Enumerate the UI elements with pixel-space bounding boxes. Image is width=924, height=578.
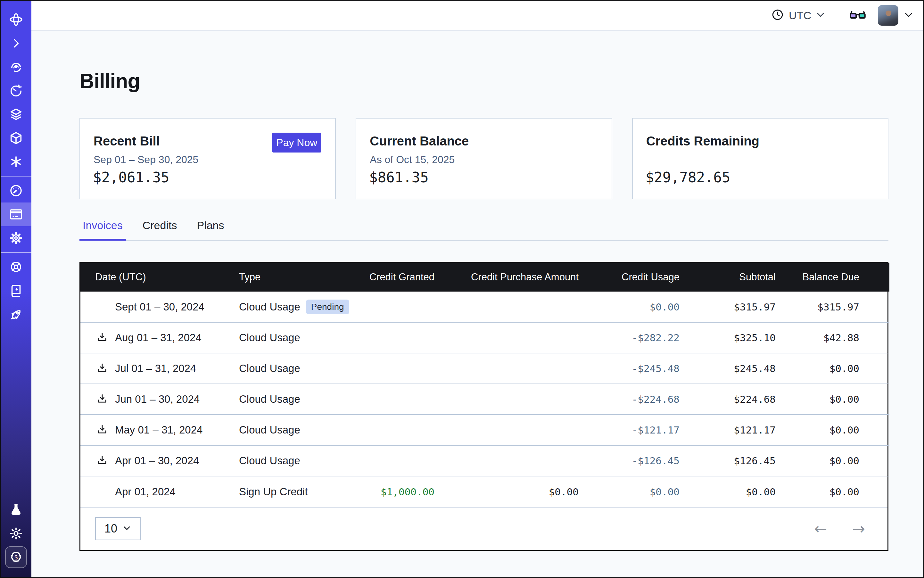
credit-granted-cell	[357, 292, 434, 322]
balance-due-cell: $0.00	[776, 415, 889, 445]
sidebar-item-getting-started[interactable]	[1, 302, 31, 326]
card-amount: $29,782.65	[646, 169, 731, 185]
asterisk-icon	[9, 154, 23, 169]
sidebar-item-helm[interactable]	[1, 255, 31, 279]
orbit-logo-icon	[8, 12, 24, 27]
balance-due-cell: $315.97	[776, 292, 889, 322]
sidebar-item-sandbox[interactable]	[1, 126, 31, 150]
credit-granted-cell	[357, 353, 434, 384]
tab-invoices[interactable]: Invoices	[80, 219, 126, 240]
user-menu-button[interactable]	[903, 10, 914, 21]
status-badge: Pending	[306, 300, 349, 314]
pay-now-button[interactable]: Pay Now	[272, 133, 321, 153]
subtotal-cell: $315.97	[680, 292, 776, 322]
sidebar-item-collapse[interactable]	[1, 31, 31, 55]
invoice-date: Sept 01 – 30, 2024	[115, 301, 205, 313]
column-header-balance-due: Balance Due	[776, 263, 889, 292]
tab-plans[interactable]: Plans	[193, 219, 227, 240]
balance-due-cell: $0.00	[776, 384, 889, 415]
subtotal-cell: $325.10	[680, 322, 776, 353]
sidebar-item-settings[interactable]	[1, 226, 31, 250]
credit-usage-cell: $0.00	[579, 292, 680, 322]
column-header-credit-granted: Credit Granted	[357, 263, 434, 292]
sidebar-item-observe[interactable]	[1, 55, 31, 79]
chevron-right-icon	[10, 37, 23, 50]
download-icon	[96, 424, 108, 437]
invoice-type: Sign Up Credit	[239, 486, 308, 498]
timezone-selector[interactable]: UTC	[771, 8, 825, 23]
recent-bill-card: Recent Bill Sep 01 – Sep 30, 2025 $2,061…	[80, 118, 336, 199]
download-icon	[96, 331, 108, 344]
billing-tabs: Invoices Credits Plans	[80, 219, 888, 240]
pager-arrows: ← →	[812, 520, 867, 538]
invoice-type: Cloud Usage	[239, 455, 300, 466]
chevron-down-icon	[903, 10, 914, 21]
download-invoice-button[interactable]	[96, 331, 115, 344]
sidebar-item-billing[interactable]	[1, 203, 31, 226]
sidebar-item-layers[interactable]	[1, 102, 31, 126]
credit-purchase-cell	[434, 384, 579, 415]
gear-icon	[9, 231, 23, 245]
credits-remaining-card: Credits Remaining $29,782.65	[632, 118, 888, 199]
credit-usage-cell: -$121.17	[579, 415, 680, 445]
sidebar-item-theme[interactable]	[1, 521, 31, 546]
page-title: Billing	[80, 69, 887, 93]
sidebar-divider	[1, 252, 31, 253]
credit-purchase-cell	[434, 353, 579, 384]
summary-cards: Recent Bill Sep 01 – Sep 30, 2025 $2,061…	[80, 118, 888, 199]
sidebar-item-usage[interactable]	[1, 179, 31, 203]
observe-icon	[9, 60, 23, 74]
download-icon	[96, 393, 108, 406]
table-row: Jun 01 – 30, 2024 Cloud Usage -$224.68 $…	[80, 384, 889, 415]
sidebar-item-labs[interactable]	[1, 498, 31, 521]
download-invoice-button[interactable]	[96, 362, 115, 375]
sidebar-item-docs[interactable]	[1, 279, 31, 302]
download-invoice-button[interactable]	[96, 393, 115, 406]
card-amount: $2,061.35	[93, 169, 169, 185]
credit-usage-cell: -$224.68	[579, 384, 680, 415]
helm-wheel-icon	[9, 260, 23, 274]
table-row: Aug 01 – 31, 2024 Cloud Usage -$282.22 $…	[80, 322, 889, 353]
sidebar: $	[1, 1, 31, 577]
card-title: Recent Bill	[94, 134, 160, 148]
chevron-down-icon	[816, 10, 825, 21]
invoice-date: Apr 01 – 30, 2024	[115, 455, 199, 467]
card-subtitle: As of Oct 15, 2025	[370, 154, 455, 166]
download-icon	[96, 362, 108, 375]
previous-page-button[interactable]: ←	[812, 520, 829, 538]
column-header-type: Type	[239, 263, 357, 292]
credit-granted-cell	[357, 415, 434, 445]
balance-due-cell: $0.00	[776, 353, 889, 384]
rocket-icon	[9, 307, 23, 321]
timezone-label: UTC	[789, 9, 811, 22]
next-page-button[interactable]: →	[850, 520, 867, 538]
reader-mode-button[interactable]	[848, 5, 867, 25]
sidebar-item-time-travel[interactable]	[1, 79, 31, 102]
subtotal-cell: $224.68	[680, 384, 776, 415]
page-size-select[interactable]: 10	[95, 517, 141, 540]
sidebar-divider	[1, 176, 31, 177]
main-content: Billing Recent Bill Sep 01 – Sep 30, 202…	[31, 31, 923, 577]
credits-badge-button[interactable]: $	[5, 546, 27, 568]
credit-usage-cell: -$282.22	[579, 322, 680, 353]
credit-granted-cell	[357, 384, 434, 415]
cube-icon	[9, 131, 23, 146]
sidebar-item-credits[interactable]: $	[1, 546, 31, 569]
credit-granted-cell	[357, 322, 434, 353]
table-row: Apr 01, 2024 Sign Up Credit $1,000.00 $0…	[80, 476, 889, 507]
sidebar-item-asterisk[interactable]	[1, 150, 31, 174]
column-header-credit-usage: Credit Usage	[579, 263, 680, 292]
user-avatar[interactable]	[878, 5, 898, 26]
credit-purchase-cell	[434, 415, 579, 445]
download-invoice-button[interactable]	[96, 424, 115, 437]
invoice-date: May 01 – 31, 2024	[115, 424, 203, 436]
topbar: UTC	[31, 1, 923, 31]
tab-credits[interactable]: Credits	[140, 219, 180, 240]
download-invoice-button[interactable]	[96, 455, 115, 467]
credit-usage-cell: -$126.45	[579, 445, 680, 476]
pagination: 10 ← →	[80, 507, 887, 550]
column-header-subtotal: Subtotal	[680, 263, 776, 292]
credit-usage-cell: -$245.48	[579, 353, 680, 384]
table-row: May 01 – 31, 2024 Cloud Usage -$121.17 $…	[80, 415, 889, 445]
sidebar-item-logo[interactable]	[1, 8, 31, 31]
